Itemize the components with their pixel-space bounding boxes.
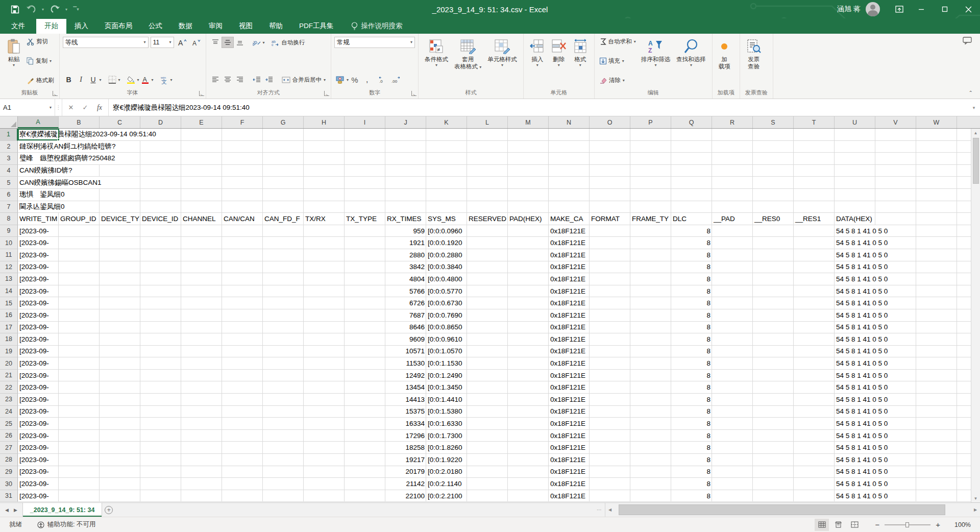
close-button[interactable] [957, 0, 980, 18]
tell-me-search[interactable]: 操作说明搜索 [351, 21, 403, 34]
column-header-M[interactable]: M [508, 116, 549, 128]
row-header-8[interactable]: 8 [0, 213, 18, 225]
underline-dropdown[interactable]: ▾ [100, 78, 102, 82]
cell[interactable]: 0x18F121E [549, 406, 590, 418]
insert-cells-dropdown[interactable]: ▾ [536, 63, 538, 67]
cell[interactable]: 54 5 8 1 41 0 5 0 [835, 394, 891, 405]
cell[interactable]: 8 [671, 225, 712, 237]
decrease-decimal-button[interactable]: .00 [390, 74, 402, 85]
cell[interactable]: 0x18F121E [549, 478, 590, 490]
cell[interactable]: 8 [671, 442, 712, 453]
cell[interactable]: 14413 [385, 394, 426, 405]
cell[interactable]: CHANNEL [181, 213, 222, 225]
cell[interactable]: [0:0:0.3840 [426, 261, 467, 273]
select-all-button[interactable] [0, 116, 18, 128]
align-middle-button[interactable] [222, 37, 234, 48]
cell[interactable]: CAN/CAN [222, 213, 263, 225]
find-select-dropdown[interactable]: ▾ [690, 63, 692, 67]
column-header-S[interactable]: S [753, 116, 794, 128]
redo-dropdown[interactable]: ▾ [63, 2, 69, 17]
horizontal-scrollbar[interactable]: ◀ ▶ [605, 503, 980, 517]
zoom-slider[interactable] [885, 524, 930, 525]
cell[interactable]: 8 [671, 370, 712, 381]
delete-cells-dropdown[interactable]: ▾ [558, 63, 560, 67]
cell[interactable]: WRITE_TIM [18, 213, 59, 225]
tab-splitter-handle[interactable]: ⋯ [594, 503, 605, 517]
cell[interactable]: 54 5 8 1 41 0 5 0 [835, 357, 891, 369]
cell[interactable]: 16334 [385, 418, 426, 429]
cell[interactable]: [2023-09- [18, 285, 59, 297]
cell[interactable]: 6726 [385, 297, 426, 309]
borders-button[interactable] [106, 74, 118, 85]
undo-button[interactable] [23, 2, 39, 17]
align-right-button[interactable] [234, 74, 246, 85]
column-header-R[interactable]: R [712, 116, 753, 128]
column-header-E[interactable]: E [181, 116, 222, 128]
column-header-A[interactable]: A [18, 116, 59, 128]
cell-styles-button[interactable]: 单元格样式 ▾ [484, 36, 520, 86]
clear-dropdown[interactable]: ▾ [623, 79, 625, 83]
cell[interactable]: 0x18F121E [549, 237, 590, 249]
row-header-6[interactable]: 6 [0, 189, 18, 201]
align-bottom-button[interactable] [234, 37, 246, 48]
tab-view[interactable]: 视图 [231, 19, 261, 34]
row-header-3[interactable]: 3 [0, 153, 18, 165]
row-header-26[interactable]: 26 [0, 430, 18, 442]
clear-button[interactable]: 清除 ▾ [598, 76, 638, 85]
column-header-W[interactable]: W [916, 116, 957, 128]
cell[interactable]: 15375 [385, 406, 426, 418]
cell[interactable]: [0:0:0.0960 [426, 225, 467, 237]
row-header-5[interactable]: 5 [0, 177, 18, 189]
column-header-G[interactable]: G [263, 116, 304, 128]
horizontal-scroll-thumb[interactable] [619, 504, 945, 515]
cell[interactable]: __RES1 [794, 213, 835, 225]
cell[interactable]: [0:0:0.6730 [426, 297, 467, 309]
tab-insert[interactable]: 插入 [66, 19, 96, 34]
cell[interactable]: 8 [671, 394, 712, 405]
row-header-30[interactable]: 30 [0, 478, 18, 490]
cell[interactable]: 54 5 8 1 41 0 5 0 [835, 454, 891, 466]
cell[interactable]: 7687 [385, 309, 426, 321]
cell[interactable]: 54 5 8 1 41 0 5 0 [835, 442, 891, 453]
sheet-nav-left-icon[interactable]: ◀ [5, 507, 9, 513]
column-header-D[interactable]: D [140, 116, 181, 128]
row-header-29[interactable]: 29 [0, 466, 18, 478]
row-header-9[interactable]: 9 [0, 225, 18, 237]
cell[interactable]: 0x18F121E [549, 370, 590, 381]
column-header-F[interactable]: F [222, 116, 263, 128]
cell[interactable]: 8 [671, 466, 712, 478]
zoom-out-button[interactable]: − [875, 520, 879, 529]
row-header-19[interactable]: 19 [0, 346, 18, 358]
cell[interactable]: RX_TIMES [385, 213, 426, 225]
row-header-7[interactable]: 7 [0, 201, 18, 213]
column-header-B[interactable]: B [59, 116, 100, 128]
cell[interactable]: 鏈琛栵浠祦AN鎶ユ枃鎬绘暟锛? [18, 141, 119, 153]
redo-button[interactable] [47, 2, 62, 17]
wrap-text-button[interactable]: abc 自动换行 [270, 38, 307, 47]
row-header-4[interactable]: 4 [0, 165, 18, 177]
cell[interactable]: SYS_MS [426, 213, 467, 225]
cell[interactable]: [0:0:1.2490 [426, 370, 467, 381]
cell[interactable]: 17296 [385, 430, 426, 442]
percent-style-button[interactable]: % [349, 74, 361, 85]
cell[interactable]: [2023-09- [18, 490, 59, 502]
copy-dropdown[interactable]: ▾ [50, 59, 52, 63]
scroll-left-arrow[interactable]: ◀ [605, 503, 615, 517]
cell[interactable]: [2023-09- [18, 322, 59, 333]
cell[interactable]: [0:0:2.2100 [426, 490, 467, 502]
column-header-L[interactable]: L [467, 116, 508, 128]
column-header-H[interactable]: H [304, 116, 345, 128]
cell[interactable]: DEVICE_TY [100, 213, 140, 225]
cell[interactable]: [2023-09- [18, 309, 59, 321]
cell[interactable]: 54 5 8 1 41 0 5 0 [835, 370, 891, 381]
cell[interactable]: [0:0:2.1140 [426, 478, 467, 490]
cell[interactable]: [0:0:0.8650 [426, 322, 467, 333]
cell[interactable]: 0x18F121E [549, 394, 590, 405]
cell[interactable]: CAN_FD_F [263, 213, 304, 225]
cell[interactable]: CAN鍨嬪彿鍚嶇ОSBCAN1 [18, 177, 105, 188]
cell[interactable]: 11530 [385, 357, 426, 369]
row-header-31[interactable]: 31 [0, 490, 18, 502]
cell[interactable]: 54 5 8 1 41 0 5 0 [835, 333, 891, 345]
autosum-button[interactable]: 自动求和 ▾ [598, 37, 638, 46]
cell[interactable]: 0x18F121E [549, 297, 590, 309]
